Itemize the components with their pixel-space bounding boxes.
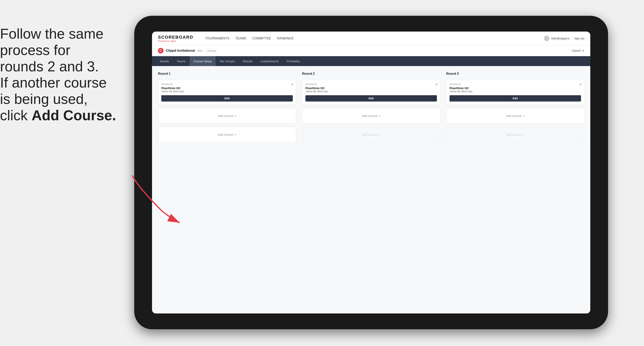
round-3-add-course-button[interactable]: Add Course + [446, 108, 584, 124]
round-3-delete-icon[interactable]: ⊗ [579, 82, 582, 86]
round-2-course-name: Peachtree GC [306, 86, 437, 90]
c-logo-icon: C [158, 48, 164, 53]
round-1-column: Round 1 ⊗ (Course A) Peachtree GC Yellow… [158, 72, 296, 142]
round-1-course-tag: (Course A) [161, 83, 293, 86]
round-1-label: Round 1 [158, 72, 296, 75]
round-3-column: Round 3 ⊗ (Course A) Peachtree GC Yellow… [446, 72, 584, 142]
round-3-add-course-2-button: Add Course + [446, 127, 584, 142]
nav-links: TOURNAMENTS TEAMS COMMITTEE RANKINGS [205, 36, 536, 41]
round-2-course-details: Yellow (M) (6629 yds) [306, 90, 437, 93]
tab-teams[interactable]: Teams [173, 56, 190, 66]
round-1-course-details: Yellow (M) (6629 yds) [161, 90, 293, 93]
round-3-course-details: Yellow (M) (6629 yds) [450, 90, 581, 93]
cancel-button[interactable]: Cancel ✕ [572, 49, 584, 52]
main-content: Round 1 ⊗ (Course A) Peachtree GC Yellow… [152, 66, 590, 314]
nav-committee[interactable]: COMMITTEE [252, 36, 271, 41]
round-3-course-name: Peachtree GC [450, 86, 581, 90]
logo-area: SCOREBOARD Powered by clippd [158, 35, 193, 42]
round-1-course-name: Peachtree GC [161, 86, 293, 90]
nav-right: blair@clippd.io | Sign out [544, 36, 584, 41]
top-nav: SCOREBOARD Powered by clippd TOURNAMENTS… [152, 31, 590, 45]
round-2-edit-button[interactable]: Edit [306, 95, 437, 102]
sub-header-left: C Clippd Invitational Men Hosting [158, 48, 217, 53]
nav-rankings[interactable]: RANKINGS [277, 36, 294, 41]
round-2-add-icon: + [379, 114, 380, 118]
tab-details[interactable]: Details [156, 56, 173, 66]
hosting-badge: Hosting [205, 49, 217, 53]
round-3-add-icon-2: + [523, 133, 524, 136]
tab-leaderboards[interactable]: Leaderboards [256, 56, 283, 66]
round-2-course-tag: (Course A) [306, 83, 437, 86]
round-3-course-card: ⊗ (Course A) Peachtree GC Yellow (M) (66… [446, 80, 584, 105]
round-1-add-course-button[interactable]: Add Course + [158, 108, 296, 124]
rounds-grid: Round 1 ⊗ (Course A) Peachtree GC Yellow… [158, 72, 584, 142]
tab-course-setup[interactable]: Course Setup [190, 56, 216, 66]
nav-tournaments[interactable]: TOURNAMENTS [205, 36, 230, 41]
tablet-frame: SCOREBOARD Powered by clippd TOURNAMENTS… [134, 16, 608, 329]
round-1-delete-icon[interactable]: ⊗ [291, 82, 294, 86]
tab-results[interactable]: Results [239, 56, 256, 66]
round-1-add-icon: + [234, 114, 236, 118]
round-2-add-icon-2: + [379, 133, 380, 136]
round-2-label: Round 2 [302, 72, 440, 75]
sub-header: C Clippd Invitational Men Hosting Cancel… [152, 45, 590, 56]
round-2-course-card: ⊗ (Course A) Peachtree GC Yellow (M) (66… [302, 80, 440, 105]
round-1-edit-button[interactable]: Edit [161, 95, 293, 102]
logo-sub: Powered by clippd [158, 40, 193, 42]
round-2-delete-icon[interactable]: ⊗ [435, 82, 438, 86]
round-2-add-course-button[interactable]: Add Course + [302, 108, 440, 124]
tab-tee-groups[interactable]: Tee Groups [216, 56, 239, 66]
nav-teams[interactable]: TEAMS [235, 36, 246, 41]
user-avatar [544, 36, 550, 41]
round-2-column: Round 2 ⊗ (Course A) Peachtree GC Yellow… [302, 72, 440, 142]
round-3-course-tag: (Course A) [450, 83, 581, 86]
divider: | [572, 37, 572, 40]
instruction-text: Follow the same process for rounds 2 and… [0, 26, 138, 124]
round-3-edit-button[interactable]: Edit [450, 95, 581, 102]
tablet-screen: SCOREBOARD Powered by clippd TOURNAMENTS… [152, 31, 590, 314]
round-3-label: Round 3 [446, 72, 584, 75]
sign-out-link[interactable]: Sign out [574, 37, 584, 40]
round-1-add-icon-2: + [234, 133, 236, 136]
tabs-bar: Details Teams Course Setup Tee Groups Re… [152, 56, 590, 66]
tournament-name: Clippd Invitational Men [166, 49, 203, 53]
round-1-course-card: ⊗ (Course A) Peachtree GC Yellow (M) (66… [158, 80, 296, 105]
round-2-add-course-2-button: Add Course + [302, 127, 440, 142]
round-1-add-course-2-button[interactable]: Add Course + [158, 127, 296, 142]
round-3-add-icon: + [523, 114, 524, 118]
user-email: blair@clippd.io [552, 37, 570, 40]
tab-printables[interactable]: Printables [283, 56, 304, 66]
logo-scoreboard: SCOREBOARD [158, 35, 193, 40]
